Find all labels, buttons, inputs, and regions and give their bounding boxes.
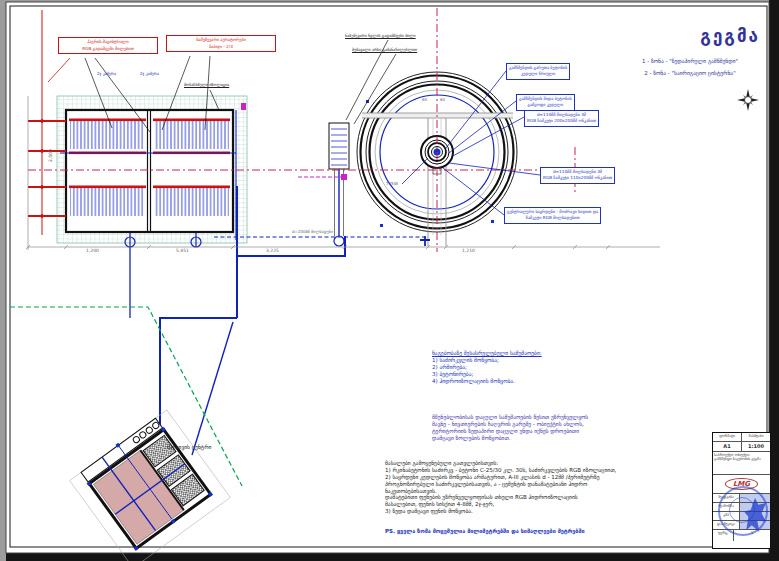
- label-overflow-pipe: ნამუშევარი წყლის გადამშვები მილი: [345, 33, 416, 38]
- spec-line-4: პროგნოზირებული საძირკვლებისათვის, ა - ცე…: [385, 481, 616, 488]
- notes-item-1: 1) საძირკვლის მოწყობა;: [432, 357, 542, 364]
- callout-pipe-200: d=110მმ მილსადენი 3მ RGB ჩამკეტი 200x200…: [524, 110, 599, 127]
- sign-row-label-1: შეადგინა: [713, 494, 740, 502]
- spec-line-8: 3) ზედა დამცავი ფენის მოწყობა.: [385, 508, 616, 515]
- callout-outer-wall: გამწმენდის გარეთა ბეტონის კედელი წრიული: [506, 63, 570, 80]
- spec-line-6: დამატებითი ფენების უზრუნველყოფისას თხელი…: [385, 494, 616, 501]
- dim-1210: 1,210: [462, 248, 475, 254]
- callout-inner-wall: გამწმენდის შიდა ბეტონის გამყოფი კედელი: [516, 94, 575, 111]
- company-logo: LMG: [725, 478, 758, 490]
- notes-item-3: 3) ბეტონირება;: [432, 371, 542, 378]
- label-hub-dim-2: 60: [440, 97, 445, 102]
- dim-1200: 1,200: [86, 248, 99, 254]
- paragraph-line-4: დამცავი ზოლების მოწყობით.: [432, 435, 588, 442]
- legend-zone-2: 2 - ზონა - "საირიგაციო ცისტერნა": [612, 70, 768, 77]
- paragraph-line-3: ტერიტორიის ზედაპირი დაცული უნდა იქნეს დრ…: [432, 428, 588, 435]
- drawing-sheet-stage: { "page": { "title": "გეგმა", "legend1":…: [0, 0, 779, 561]
- notes-heading: ნაგებობაზე შესასრულებელი სამუშაოები:: [432, 350, 542, 357]
- callout-pipe-200-line2: RGB ჩამკეტი 200x200მმ ონკანით: [527, 118, 596, 124]
- callout-aerators: ნამუშევარი აერატორები ნაბიჯი - 2/3: [166, 35, 276, 52]
- page-title: გეგმა: [620, 26, 760, 47]
- label-center-dim: 735მმ: [386, 181, 398, 186]
- sheet-label: ფურც.: [713, 530, 734, 541]
- spec-line-1: მასალები გამოყენებული გათვლებისთვის:: [385, 460, 616, 467]
- spec-line-2: 1) რკინაბეტონის საძირკვ - ბეტონი C-25/30…: [385, 467, 616, 474]
- label-hub-dim-1: 60: [422, 97, 427, 102]
- callout-center-support: ცენტრალური საყრდენი - მოძრავი ხიდით და ჩ…: [504, 207, 601, 224]
- spec-line-7: მასალებით, ფენის სისქით 4-8მმ, 2ჯ-ჯერ,: [385, 501, 616, 508]
- scale-label: მასშტაბი: [742, 433, 770, 441]
- spec-line-5: ნაკეთობებისათვის.: [385, 488, 616, 495]
- sign-row-label-2: შეამოწმა: [713, 503, 740, 511]
- callout-pipe-110-line2: RGB ჩამკეტი 110x200მმ ონკანით: [543, 175, 612, 181]
- label-inlet-channel: შემავალი არხი გამანაწილებლით: [352, 47, 417, 52]
- format-label: ფორმატი: [713, 433, 742, 441]
- callout-pipe-110: d=110მმ მილსადენი 3მ RGB ჩამკეტი 110x200…: [540, 167, 615, 184]
- notes-item-4: 4) ჰიდროიზოლაციის მოწყობა.: [432, 378, 542, 385]
- label-pipe-note: d=200მმ მილსადენი: [292, 229, 333, 234]
- callout-air-main-line2: RGB გადამცემი მილებით: [61, 46, 155, 53]
- callout-outer-wall-line2: კედელი წრიული: [509, 71, 567, 77]
- label-pump-room: მართვის ცენტრი: [167, 444, 211, 451]
- callout-air-main: ჰაერის მაგისტრალი RGB გადამცემი მილებით: [58, 37, 158, 54]
- dim-5451: 5,451: [176, 248, 189, 254]
- spec-line-3: 2) საყრდენი კედლების მოწყობა არმატურით, …: [385, 474, 616, 481]
- sheet-value: 1: [734, 530, 770, 541]
- site-paragraph: მშენებლობისას დაცული სამუშაოების წესით უ…: [432, 414, 588, 442]
- materials-spec: მასალები გამოყენებული გათვლებისთვის: 1) …: [385, 460, 616, 515]
- callout-inner-wall-line2: გამყოფი კედელი: [519, 102, 572, 108]
- label-chamber-2: 2ჯ კამერა: [140, 71, 159, 76]
- notes-item-2: 2) არმირება;: [432, 364, 542, 371]
- label-insulation: მოსასხმელი იზოლაცია: [184, 82, 229, 87]
- paragraph-line-2: მავნე - ნივთიერების ჩაღვრის გარეშე - ობი…: [432, 421, 588, 428]
- callout-aerators-line2: ნაბიჯი - 2/3: [169, 44, 273, 51]
- project-desc-2: გამწმენდი ნაგებობის გეგმა: [714, 457, 769, 461]
- callout-aerators-line1: ნამუშევარი აერატორები: [169, 37, 273, 44]
- legend-zone-1: 1 - ზონა - "ზედაპირული გამწმენდი": [612, 58, 768, 65]
- callout-air-main-line1: ჰაერის მაგისტრალი: [61, 39, 155, 46]
- paragraph-line-1: მშენებლობისას დაცული სამუშაოების წესით უ…: [432, 414, 588, 421]
- format-value: A1: [713, 442, 742, 451]
- label-chamber-1: 2ჯ კამერა: [97, 71, 116, 76]
- callout-center-support-line2: ჩამკეტი RGB მილსადენით: [507, 215, 598, 221]
- sign-row-label-4: დაამტკიცა: [713, 521, 740, 529]
- dim-2500-vertical: 2,500: [48, 149, 54, 162]
- sign-row-label-3: გმპ: [713, 512, 740, 520]
- ps-note: PS. ყველა ზომა მოცემულია მილიმეტრებში და…: [385, 528, 585, 535]
- scale-value: 1:100: [742, 442, 770, 451]
- title-block: ფორმატი მასშტაბი A1 1:100 საპროექტო ობიე…: [712, 432, 771, 549]
- dim-3225: 3,225: [266, 248, 279, 254]
- notes-list: ნაგებობაზე შესასრულებელი სამუშაოები: 1) …: [432, 350, 542, 384]
